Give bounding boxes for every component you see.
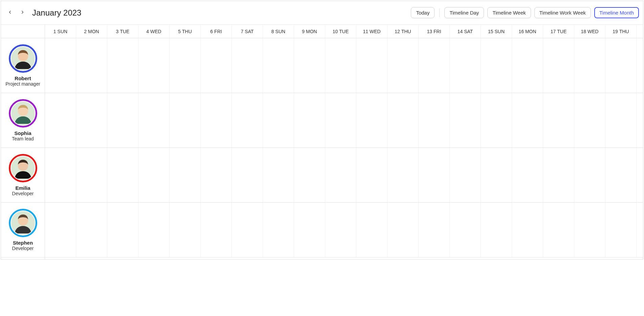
timeline-cell[interactable]: [232, 38, 263, 93]
timeline-content[interactable]: [45, 38, 643, 259]
timeline-cell[interactable]: [637, 38, 643, 93]
date-header-cell[interactable]: 17TUE: [543, 25, 574, 38]
view-timeline-day[interactable]: Timeline Day: [444, 7, 484, 18]
timeline-cell[interactable]: [387, 148, 419, 202]
timeline-cell[interactable]: [263, 203, 294, 257]
timeline-cell[interactable]: [419, 38, 450, 93]
timeline-cell[interactable]: [294, 203, 325, 257]
date-header-cell[interactable]: 20FRI: [637, 25, 643, 38]
view-timeline-week[interactable]: Timeline Week: [487, 7, 531, 18]
date-header-cell[interactable]: 14SAT: [450, 25, 481, 38]
timeline-cell[interactable]: [45, 38, 76, 93]
date-header-cell[interactable]: 8SUN: [263, 25, 294, 38]
timeline-cell[interactable]: [450, 148, 481, 202]
timeline-cell[interactable]: [387, 93, 419, 148]
timeline-cell[interactable]: [294, 148, 325, 202]
timeline-cell[interactable]: [325, 148, 356, 202]
timeline-cell[interactable]: [170, 93, 201, 148]
timeline-cell[interactable]: [107, 203, 138, 257]
timeline-cell[interactable]: [107, 148, 138, 202]
timeline-cell[interactable]: [107, 93, 138, 148]
date-header-cell[interactable]: 9MON: [294, 25, 325, 38]
date-header-cell[interactable]: 2MON: [76, 25, 107, 38]
timeline-cell[interactable]: [481, 38, 512, 93]
date-header-cell[interactable]: 19THU: [605, 25, 637, 38]
timeline-cell[interactable]: [263, 93, 294, 148]
timeline-cell[interactable]: [574, 38, 605, 93]
timeline-cell[interactable]: [356, 38, 387, 93]
timeline-cell[interactable]: [45, 203, 76, 257]
timeline-cell[interactable]: [512, 38, 543, 93]
timeline-cell[interactable]: [76, 203, 107, 257]
date-header-cell[interactable]: 12THU: [387, 25, 419, 38]
timeline-cell[interactable]: [294, 93, 325, 148]
timeline-cell[interactable]: [481, 148, 512, 202]
timeline-cell[interactable]: [481, 93, 512, 148]
timeline-cell[interactable]: [76, 148, 107, 202]
next-button[interactable]: [17, 8, 27, 18]
timeline-cell[interactable]: [605, 203, 637, 257]
timeline-cell[interactable]: [512, 203, 543, 257]
timeline-cell[interactable]: [294, 38, 325, 93]
date-header-cell[interactable]: 16MON: [512, 25, 543, 38]
resource-item[interactable]: EmiliaDeveloper: [1, 148, 45, 203]
timeline-cell[interactable]: [605, 93, 637, 148]
timeline-cell[interactable]: [450, 38, 481, 93]
timeline-cell[interactable]: [201, 148, 232, 202]
timeline-cell[interactable]: [232, 148, 263, 202]
date-header-cell[interactable]: 11WED: [356, 25, 387, 38]
timeline-cell[interactable]: [574, 203, 605, 257]
resource-item[interactable]: SophiaTeam lead: [1, 93, 45, 148]
timeline-cell[interactable]: [387, 203, 419, 257]
timeline-cell[interactable]: [201, 38, 232, 93]
timeline-cell[interactable]: [419, 148, 450, 202]
timeline-cell[interactable]: [419, 93, 450, 148]
timeline-cell[interactable]: [637, 93, 643, 148]
timeline-cell[interactable]: [45, 93, 76, 148]
timeline-cell[interactable]: [76, 93, 107, 148]
date-header-cell[interactable]: 10TUE: [325, 25, 356, 38]
date-header-cell[interactable]: 15SUN: [481, 25, 512, 38]
date-header-cell[interactable]: 3TUE: [107, 25, 138, 38]
timeline-cell[interactable]: [356, 148, 387, 202]
timeline-cell[interactable]: [450, 203, 481, 257]
timeline-cell[interactable]: [232, 203, 263, 257]
timeline-cell[interactable]: [201, 93, 232, 148]
timeline-cell[interactable]: [232, 93, 263, 148]
timeline-cell[interactable]: [605, 148, 637, 202]
timeline-cell[interactable]: [325, 203, 356, 257]
date-header-cell[interactable]: 7SAT: [232, 25, 263, 38]
timeline-cell[interactable]: [325, 38, 356, 93]
timeline-cell[interactable]: [450, 93, 481, 148]
timeline-cell[interactable]: [76, 38, 107, 93]
timeline-cell[interactable]: [543, 93, 574, 148]
timeline-cell[interactable]: [543, 203, 574, 257]
timeline-cell[interactable]: [45, 148, 76, 202]
timeline-cell[interactable]: [138, 203, 170, 257]
timeline-cell[interactable]: [138, 93, 170, 148]
prev-button[interactable]: [5, 8, 15, 18]
timeline-cell[interactable]: [512, 148, 543, 202]
date-header-cell[interactable]: 5THU: [170, 25, 201, 38]
timeline-cell[interactable]: [170, 38, 201, 93]
timeline-cell[interactable]: [201, 203, 232, 257]
timeline-cell[interactable]: [263, 148, 294, 202]
timeline-cell[interactable]: [325, 93, 356, 148]
date-header-cell[interactable]: 4WED: [138, 25, 170, 38]
date-header-cell[interactable]: 6FRI: [201, 25, 232, 38]
date-header-cell[interactable]: 13FRI: [419, 25, 450, 38]
date-header-cell[interactable]: 18WED: [574, 25, 605, 38]
timeline-cell[interactable]: [512, 93, 543, 148]
resource-item[interactable]: StephenDeveloper: [1, 203, 45, 257]
timeline-cell[interactable]: [170, 203, 201, 257]
timeline-cell[interactable]: [170, 148, 201, 202]
timeline-cell[interactable]: [543, 38, 574, 93]
view-timeline-month[interactable]: Timeline Month: [594, 7, 639, 18]
timeline-cell[interactable]: [574, 148, 605, 202]
timeline-cell[interactable]: [263, 38, 294, 93]
timeline-cell[interactable]: [637, 148, 643, 202]
timeline-cell[interactable]: [637, 203, 643, 257]
timeline-cell[interactable]: [387, 38, 419, 93]
today-button[interactable]: Today: [411, 7, 435, 18]
timeline-cell[interactable]: [356, 93, 387, 148]
